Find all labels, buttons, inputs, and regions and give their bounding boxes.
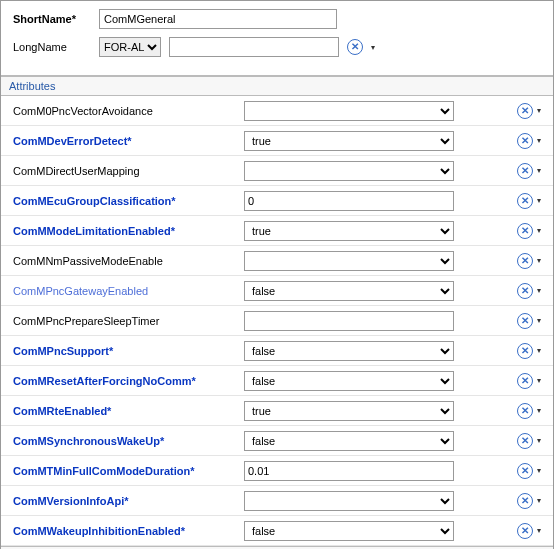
reset-icon[interactable]: ✕ [517, 253, 533, 269]
reset-icon[interactable]: ✕ [517, 373, 533, 389]
reset-icon[interactable]: ✕ [517, 523, 533, 539]
attribute-label: ComMResetAfterForcingNoComm* [13, 375, 238, 387]
attribute-input[interactable]: true [244, 401, 454, 421]
dropdown-icon[interactable]: ▾ [537, 376, 541, 385]
attribute-row: ComMNmPassiveModeEnable✕▾ [1, 246, 553, 276]
reset-icon[interactable]: ✕ [517, 343, 533, 359]
attribute-input[interactable]: false [244, 341, 454, 361]
dropdown-icon[interactable]: ▾ [537, 526, 541, 535]
attribute-input[interactable] [244, 311, 454, 331]
attribute-input[interactable]: false [244, 371, 454, 391]
attribute-label: ComMNmPassiveModeEnable [13, 255, 238, 267]
attribute-input[interactable] [244, 461, 454, 481]
attribute-input[interactable]: false [244, 281, 454, 301]
attribute-label: ComMModeLimitationEnabled* [13, 225, 238, 237]
reset-icon[interactable]: ✕ [517, 193, 533, 209]
attribute-row: ComMRteEnabled*true✕▾ [1, 396, 553, 426]
attribute-label: ComMSynchronousWakeUp* [13, 435, 238, 447]
attribute-label: ComM0PncVectorAvoidance [13, 105, 238, 117]
attribute-row: ComMDirectUserMapping✕▾ [1, 156, 553, 186]
dropdown-icon[interactable]: ▾ [537, 286, 541, 295]
reset-icon[interactable]: ✕ [517, 493, 533, 509]
dropdown-icon[interactable]: ▾ [537, 436, 541, 445]
reset-icon[interactable]: ✕ [347, 39, 363, 55]
reset-icon[interactable]: ✕ [517, 403, 533, 419]
reset-icon[interactable]: ✕ [517, 463, 533, 479]
attribute-input[interactable]: false [244, 521, 454, 541]
dropdown-icon[interactable]: ▾ [537, 106, 541, 115]
reset-icon[interactable]: ✕ [517, 103, 533, 119]
reset-icon[interactable]: ✕ [517, 313, 533, 329]
longname-label: LongName [13, 41, 91, 53]
attribute-input[interactable] [244, 101, 454, 121]
dropdown-icon[interactable]: ▾ [537, 136, 541, 145]
attribute-label: ComMEcuGroupClassification* [13, 195, 238, 207]
attribute-row: ComMPncPrepareSleepTimer✕▾ [1, 306, 553, 336]
attribute-input[interactable]: true [244, 131, 454, 151]
attribute-row: ComMSynchronousWakeUp*false✕▾ [1, 426, 553, 456]
shortname-input[interactable] [99, 9, 337, 29]
attribute-row: ComMDevErrorDetect*true✕▾ [1, 126, 553, 156]
attribute-row: ComMPncSupport*false✕▾ [1, 336, 553, 366]
shortname-label: ShortName* [13, 13, 91, 25]
reset-icon[interactable]: ✕ [517, 283, 533, 299]
attribute-row: ComMResetAfterForcingNoComm*false✕▾ [1, 366, 553, 396]
dropdown-icon[interactable]: ▾ [537, 466, 541, 475]
attribute-row: ComMWakeupInhibitionEnabled*false✕▾ [1, 516, 553, 546]
attribute-input[interactable] [244, 191, 454, 211]
reset-icon[interactable]: ✕ [517, 133, 533, 149]
attribute-label: ComMRteEnabled* [13, 405, 238, 417]
dropdown-icon[interactable]: ▾ [537, 496, 541, 505]
dropdown-icon[interactable]: ▾ [537, 166, 541, 175]
attribute-label: ComMWakeupInhibitionEnabled* [13, 525, 238, 537]
attribute-row: ComMVersionInfoApi*✕▾ [1, 486, 553, 516]
attribute-label: ComMPncSupport* [13, 345, 238, 357]
attribute-label: ComMPncPrepareSleepTimer [13, 315, 238, 327]
attribute-label: ComMVersionInfoApi* [13, 495, 238, 507]
dropdown-icon[interactable]: ▾ [537, 196, 541, 205]
attribute-row: ComMEcuGroupClassification*✕▾ [1, 186, 553, 216]
dropdown-icon[interactable]: ▾ [537, 406, 541, 415]
dropdown-icon[interactable]: ▾ [371, 43, 375, 52]
attribute-label: ComMDevErrorDetect* [13, 135, 238, 147]
longname-locale-select[interactable]: FOR-ALL [99, 37, 161, 57]
reset-icon[interactable]: ✕ [517, 163, 533, 179]
attribute-label: ComMTMinFullComModeDuration* [13, 465, 238, 477]
attribute-label: ComMDirectUserMapping [13, 165, 238, 177]
dropdown-icon[interactable]: ▾ [537, 316, 541, 325]
dropdown-icon[interactable]: ▾ [537, 256, 541, 265]
attribute-input[interactable]: false [244, 431, 454, 451]
dropdown-icon[interactable]: ▾ [537, 346, 541, 355]
dropdown-icon[interactable]: ▾ [537, 226, 541, 235]
attribute-input[interactable] [244, 491, 454, 511]
reset-icon[interactable]: ✕ [517, 433, 533, 449]
attribute-row: ComMTMinFullComModeDuration*✕▾ [1, 456, 553, 486]
attribute-label: ComMPncGatewayEnabled [13, 285, 238, 297]
attribute-row: ComMModeLimitationEnabled*true✕▾ [1, 216, 553, 246]
attribute-input[interactable] [244, 161, 454, 181]
attribute-input[interactable] [244, 251, 454, 271]
attribute-row: ComM0PncVectorAvoidance✕▾ [1, 96, 553, 126]
attribute-input[interactable]: true [244, 221, 454, 241]
reset-icon[interactable]: ✕ [517, 223, 533, 239]
attributes-header: Attributes [1, 76, 553, 96]
attribute-row: ComMPncGatewayEnabledfalse✕▾ [1, 276, 553, 306]
longname-input[interactable] [169, 37, 339, 57]
